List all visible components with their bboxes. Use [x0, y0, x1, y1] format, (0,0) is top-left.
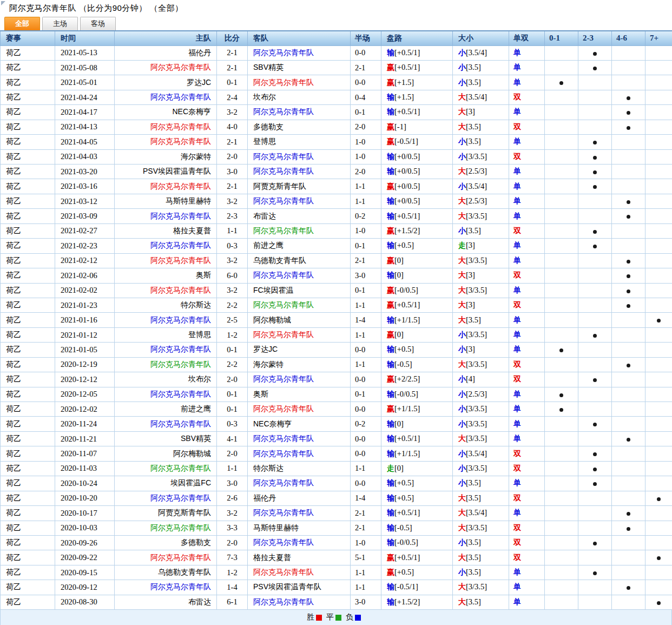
odd-even-result: 单 — [513, 508, 521, 517]
cell-half-score: 1-1 — [351, 580, 381, 595]
home-team-name: 阿尔克马尔青年队 — [150, 523, 211, 532]
cell-score: 3-0 — [217, 165, 248, 179]
handicap-line: [0] — [394, 271, 404, 279]
over-under-result: 小 — [458, 345, 466, 353]
cell-over-under: 大[3.5] — [453, 313, 509, 327]
cell-league: 荷乙 — [1, 120, 55, 134]
cell-date: 2020-12-05 — [55, 387, 115, 402]
tab-all[interactable]: 全部 — [4, 17, 40, 30]
handicap-line: [-0.5] — [394, 523, 412, 532]
cell-bucket-7+ — [645, 194, 672, 208]
cell-bucket-0-1 — [545, 491, 578, 505]
handicap-line: [+0/0.5] — [394, 152, 420, 161]
away-team-name: 阿尔克马尔青年队 — [253, 508, 314, 517]
cell-date: 2020-08-30 — [55, 595, 115, 609]
cell-score: 0-1 — [217, 343, 248, 357]
over-under-result: 大 — [458, 122, 466, 131]
handicap-line: [+2/2.5] — [394, 374, 420, 383]
goal-bucket-dot — [593, 141, 597, 144]
handicap-line: [-0/0.5] — [394, 390, 418, 398]
tab-away[interactable]: 客场 — [80, 17, 116, 30]
table-row: 荷乙2020-10-17阿贾克斯青年队3-2阿尔克马尔青年队2-1输[+0.5/… — [1, 506, 672, 521]
cell-bucket-2-3 — [578, 565, 612, 580]
tab-home[interactable]: 主场 — [42, 17, 78, 30]
cell-away-team: 阿尔克马尔青年队 — [248, 402, 351, 417]
cell-bucket-7+ — [645, 476, 672, 491]
goal-bucket-dot — [593, 185, 597, 189]
cell-handicap: 赢[0] — [381, 253, 453, 268]
goal-bucket-dot — [627, 304, 630, 308]
cell-bucket-2-3 — [578, 45, 612, 60]
cell-half-score: 0-0 — [351, 343, 381, 357]
over-under-line: [3.5/4] — [466, 48, 487, 57]
home-team-name: 乌德勒支青年队 — [158, 568, 211, 576]
corner-marker-icon — [1, 1, 5, 5]
cell-bucket-7+ — [645, 283, 672, 298]
away-team-name: 海尔蒙特 — [253, 360, 284, 369]
cell-bucket-0-1 — [545, 431, 578, 446]
cell-odd-even: 单 — [509, 343, 545, 357]
cell-bucket-0-1 — [545, 105, 578, 120]
cell-league: 荷乙 — [1, 298, 55, 312]
over-under-result: 大 — [458, 286, 466, 294]
goal-bucket-dot — [593, 452, 597, 456]
cell-league: 荷乙 — [1, 491, 55, 505]
over-under-line: [3.5] — [466, 553, 481, 562]
cell-half-score: 1-4 — [351, 313, 381, 327]
cell-over-under: 大[3.5] — [453, 491, 509, 505]
cell-bucket-7+ — [645, 149, 672, 164]
handicap-result: 输 — [387, 152, 394, 161]
over-under-result: 小 — [458, 78, 466, 87]
cell-date: 2020-12-19 — [55, 357, 115, 372]
cell-bucket-2-3 — [578, 313, 612, 327]
cell-score: 3-2 — [217, 194, 248, 208]
home-team-name: 马斯特里赫特 — [166, 196, 211, 205]
cell-score: 6-0 — [217, 268, 248, 283]
cell-over-under: 大[3.5/4] — [453, 90, 509, 104]
cell-bucket-2-3 — [578, 239, 612, 253]
odd-even-result: 单 — [513, 419, 521, 428]
over-under-line: [3/3.5] — [466, 404, 487, 413]
cell-league: 荷乙 — [1, 372, 55, 387]
cell-odd-even: 双 — [509, 298, 545, 312]
cell-handicap: 赢[+2/2.5] — [381, 372, 453, 387]
handicap-result: 输 — [387, 419, 394, 428]
cell-odd-even: 双 — [509, 535, 545, 550]
away-team-name: 阿尔克马尔青年队 — [253, 271, 314, 279]
handicap-result: 输 — [387, 597, 394, 606]
legend-draw-label: 平 — [326, 613, 334, 622]
home-team-name: 布雷达 — [188, 597, 211, 606]
table-row: 荷乙2021-04-24阿尔克马尔青年队2-4坎布尔0-4输[+1.5]大[3.… — [1, 90, 672, 104]
cell-league: 荷乙 — [1, 357, 55, 372]
cell-bucket-0-1 — [545, 135, 578, 149]
cell-over-under: 大[3.5] — [453, 595, 509, 609]
goal-bucket-dot — [593, 482, 597, 486]
table-row: 荷乙2020-09-12阿尔克马尔青年队1-4PSV埃因霍温青年队1-1输[-0… — [1, 580, 672, 595]
odd-even-result: 双 — [513, 523, 521, 532]
cell-bucket-4-6 — [612, 357, 645, 372]
cell-score: 1-4 — [217, 580, 248, 595]
cell-home-team: SBV精英 — [115, 431, 217, 446]
cell-score: 2-1 — [217, 135, 248, 149]
cell-bucket-0-1 — [545, 149, 578, 164]
handicap-result: 输 — [387, 508, 394, 517]
away-team-name: 乌德勒支青年队 — [253, 256, 306, 265]
over-under-result: 大 — [458, 494, 466, 502]
cell-bucket-0-1 — [545, 298, 578, 312]
cell-odd-even: 双 — [509, 521, 545, 535]
over-under-line: [3/3.5] — [466, 360, 487, 369]
cell-bucket-4-6 — [612, 417, 645, 431]
cell-away-team: 福伦丹 — [248, 491, 351, 505]
cell-home-team: 阿尔克马尔青年队 — [115, 179, 217, 194]
col-header-home: 主队 — [115, 31, 217, 45]
cell-bucket-2-3 — [578, 357, 612, 372]
over-under-line: [3/3.5] — [466, 434, 487, 443]
table-row: 荷乙2021-04-03海尔蒙特2-0阿尔克马尔青年队1-0输[+0/0.5]小… — [1, 149, 672, 164]
cell-bucket-2-3 — [578, 268, 612, 283]
cell-bucket-4-6 — [612, 580, 645, 595]
cell-away-team: 阿尔克马尔青年队 — [248, 506, 351, 521]
cell-bucket-4-6 — [612, 209, 645, 223]
away-team-name: 格拉夫夏普 — [253, 553, 291, 562]
cell-half-score: 2-0 — [351, 165, 381, 179]
away-team-name: 阿尔克马尔青年队 — [253, 404, 314, 413]
